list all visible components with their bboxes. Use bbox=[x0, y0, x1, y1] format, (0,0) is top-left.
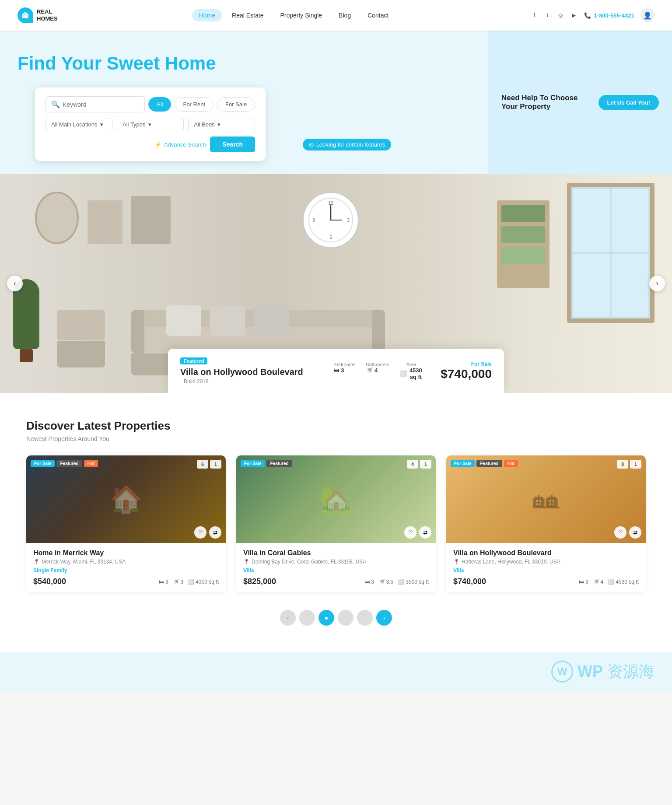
property-card-3: For Sale Featured Hot 8 1 ♡ ⇄ 🏘 Villa on… bbox=[446, 455, 646, 592]
type-select[interactable]: All Types ▾ bbox=[117, 118, 184, 131]
hero-help-text: Need Help To Choose Your Property bbox=[501, 94, 592, 111]
bath-icon-1: 🚿 bbox=[173, 579, 179, 585]
tab-all[interactable]: All bbox=[148, 97, 171, 112]
youtube-icon[interactable]: ▶ bbox=[569, 11, 578, 20]
featured-price-area: For Sale $740,000 bbox=[441, 361, 492, 381]
location-icon-3: 📍 bbox=[453, 559, 460, 565]
bathrooms-detail-3: 🚿 4 bbox=[593, 579, 604, 585]
page-dot-4[interactable] bbox=[357, 610, 373, 626]
main-nav: Home Real Estate Property Single Blog Co… bbox=[192, 9, 396, 21]
property-title-1: Home in Merrick Way bbox=[33, 549, 219, 557]
page-next-button[interactable]: › bbox=[376, 610, 392, 626]
property-price-1: $540,000 bbox=[33, 577, 66, 586]
phone-area[interactable]: 📞 1-800-555-4321 bbox=[584, 12, 634, 19]
section-subtitle: Newest Properties Around You bbox=[26, 435, 646, 442]
bed-icon-3: 🛏 bbox=[579, 579, 584, 585]
property-body-1: Home in Merrick Way 📍 Merrick Way, Miami… bbox=[26, 543, 226, 592]
logo[interactable]: REAL HOMES bbox=[18, 7, 58, 23]
location-select-text: All Main Locations bbox=[51, 121, 98, 128]
advance-search-button[interactable]: ⚡ Advance Search bbox=[154, 141, 206, 148]
search-input-wrap[interactable]: 🔍 bbox=[46, 96, 145, 112]
property-address-2: 📍 Deering Bay Drive, Coral Gables, FL 33… bbox=[243, 559, 429, 565]
featured-stats: Bedrooms 🛏 3 Bathrooms 🚿 4 Area bbox=[333, 362, 423, 380]
bedrooms-value: 3 bbox=[341, 367, 344, 374]
area-value: 4530 sq ft bbox=[409, 367, 424, 380]
hero-top: Find Your Sweet Home 🔍 All For Rent For … bbox=[0, 31, 672, 174]
area-icon-1: ⬜ bbox=[188, 579, 194, 585]
hero-title: Find Your Sweet Home bbox=[18, 52, 471, 74]
featured-price: $740,000 bbox=[441, 367, 492, 381]
property-type-2[interactable]: Villa bbox=[243, 567, 429, 574]
location-icon-1: 📍 bbox=[33, 559, 40, 565]
bed-icon-1: 🛏 bbox=[159, 579, 164, 585]
svg-text:12: 12 bbox=[329, 201, 334, 206]
hero-carousel: 12 3 6 9 bbox=[0, 174, 672, 393]
property-title-2: Villa in Coral Gables bbox=[243, 549, 429, 557]
for-sale-label: For Sale bbox=[441, 361, 492, 367]
featured-property-name: Villa on Hollywood Boulevard bbox=[180, 367, 303, 377]
bath-icon: 🚿 bbox=[366, 367, 373, 374]
nav-blog[interactable]: Blog bbox=[332, 9, 358, 21]
twitter-icon[interactable]: t bbox=[543, 11, 552, 20]
search-box: 🔍 All For Rent For Sale All Main Locatio… bbox=[35, 88, 266, 161]
featured-area: Area ⬜ 4530 sq ft bbox=[400, 362, 424, 380]
property-address-1: 📍 Merrick Way, Miami, FL 33134, USA bbox=[33, 559, 219, 565]
property-address-3: 📍 Hatteras Lane, Hollywood, FL 33019, US… bbox=[453, 559, 639, 565]
location-select[interactable]: All Main Locations ▾ bbox=[46, 118, 112, 131]
bathrooms-value: 4 bbox=[374, 367, 378, 374]
hero-help-banner: Need Help To Choose Your Property Let Us… bbox=[488, 31, 672, 174]
header-right: f t ◎ ▶ 📞 1-800-555-4321 👤 bbox=[530, 8, 654, 22]
facebook-icon[interactable]: f bbox=[530, 11, 539, 20]
call-button[interactable]: Let Us Call You! bbox=[598, 95, 659, 110]
property-card-1: For Sale Featured Hot 6 1 ♡ ⇄ 🏠 Home in … bbox=[26, 455, 226, 592]
featured-info: Featured Villa on Hollywood Boulevard Bu… bbox=[180, 357, 316, 385]
search-button[interactable]: Search bbox=[210, 136, 255, 152]
nav-real-estate[interactable]: Real Estate bbox=[225, 9, 270, 21]
keyword-input[interactable] bbox=[63, 101, 139, 108]
nav-contact[interactable]: Contact bbox=[360, 9, 396, 21]
page-prev-button[interactable]: ‹ bbox=[280, 610, 296, 626]
page-dot-2[interactable]: ● bbox=[318, 610, 334, 626]
header: REAL HOMES Home Real Estate Property Sin… bbox=[0, 0, 672, 31]
tab-for-rent[interactable]: For Rent bbox=[175, 97, 214, 112]
property-price-2: $825,000 bbox=[243, 577, 276, 586]
discover-section: Discover Latest Properties Newest Proper… bbox=[0, 393, 672, 652]
featured-badge: Featured bbox=[180, 357, 207, 364]
svg-text:9: 9 bbox=[312, 218, 315, 223]
page-dot-1[interactable] bbox=[299, 610, 315, 626]
bed-icon: 🛏 bbox=[333, 367, 339, 374]
instagram-icon[interactable]: ◎ bbox=[556, 11, 565, 20]
user-icon[interactable]: 👤 bbox=[640, 8, 654, 22]
featured-bathrooms: Bathrooms 🚿 4 bbox=[366, 362, 389, 380]
property-price-3: $740,000 bbox=[453, 577, 486, 586]
page-dot-3[interactable] bbox=[338, 610, 354, 626]
property-type-3[interactable]: Villa bbox=[453, 567, 639, 574]
nav-home[interactable]: Home bbox=[192, 9, 222, 21]
beds-select[interactable]: All Beds ▾ bbox=[188, 118, 255, 131]
property-price-row-2: $825,000 🛏 3 🚿 3.5 ⬜ 3500 sq ft bbox=[243, 577, 429, 586]
featured-property-card: Featured Villa on Hollywood Boulevard Bu… bbox=[168, 349, 504, 393]
property-type-1[interactable]: Single Family bbox=[33, 567, 219, 574]
pagination: ‹ ● › bbox=[26, 610, 646, 626]
nav-property-single[interactable]: Property Single bbox=[273, 9, 329, 21]
search-row2: All Main Locations ▾ All Types ▾ All Bed… bbox=[46, 118, 255, 131]
social-icons: f t ◎ ▶ bbox=[530, 11, 578, 20]
bathrooms-detail-2: 🚿 3.5 bbox=[378, 579, 394, 585]
search-icon: 🔍 bbox=[51, 100, 60, 108]
search-row1: 🔍 All For Rent For Sale bbox=[46, 96, 255, 112]
property-details-1: 🛏 3 🚿 3 ⬜ 4300 sq ft bbox=[159, 579, 219, 585]
area-detail-2: ⬜ 3500 sq ft bbox=[398, 579, 429, 585]
carousel-prev-button[interactable]: ‹ bbox=[7, 276, 23, 291]
advance-search-label: Advance Search bbox=[164, 141, 206, 148]
property-body-3: Villa on Hollywood Boulevard 📍 Hatteras … bbox=[446, 543, 646, 592]
area-icon-2: ⬜ bbox=[398, 579, 404, 585]
tab-for-sale[interactable]: For Sale bbox=[217, 97, 255, 112]
bath-icon-3: 🚿 bbox=[593, 579, 599, 585]
looking-badge[interactable]: ◎ Looking for certain features bbox=[303, 139, 392, 150]
hero-left: Find Your Sweet Home 🔍 All For Rent For … bbox=[0, 31, 488, 174]
bath-icon-2: 🚿 bbox=[378, 579, 385, 585]
carousel-next-button[interactable]: › bbox=[649, 276, 665, 291]
logo-text: REAL HOMES bbox=[37, 8, 58, 22]
chevron-down-icon: ▾ bbox=[100, 121, 103, 128]
phone-icon: 📞 bbox=[584, 12, 591, 19]
